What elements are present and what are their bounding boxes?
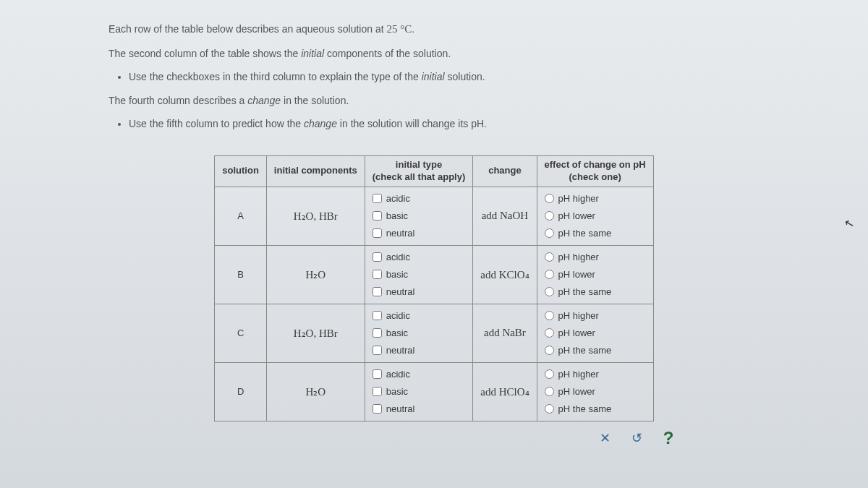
- text: 25 °C: [386, 23, 412, 35]
- table-row: D H₂O acidic basic neutral add HClO₄ pH …: [215, 362, 653, 421]
- basic-label: basic: [386, 210, 408, 221]
- table-row: C H₂O, HBr acidic basic neutral add NaBr…: [215, 304, 653, 362]
- text: change: [247, 95, 281, 106]
- text: .: [412, 23, 414, 35]
- acidic-checkbox[interactable]: [373, 369, 382, 379]
- col-solution: solution: [215, 155, 267, 187]
- ph-lower-radio[interactable]: [545, 387, 554, 396]
- acidic-checkbox[interactable]: [373, 311, 382, 320]
- col-change: change: [473, 155, 537, 187]
- solution-table: solution initial components initial type…: [214, 155, 653, 421]
- change-cell: add KClO₄: [473, 245, 537, 304]
- solution-label: A: [215, 187, 267, 245]
- neutral-checkbox[interactable]: [373, 228, 382, 238]
- ph-higher-radio[interactable]: [545, 252, 554, 262]
- basic-checkbox[interactable]: [373, 387, 382, 396]
- col-components: initial components: [266, 155, 365, 187]
- ph-lower-label: pH lower: [558, 269, 595, 280]
- basic-checkbox[interactable]: [373, 270, 382, 279]
- text: components of the solution.: [324, 48, 451, 59]
- text: The fourth column describes a: [109, 95, 247, 106]
- acidic-label: acidic: [386, 193, 410, 204]
- text: in the solution will change its pH.: [337, 118, 487, 129]
- col-effect: effect of change on pH(check one): [537, 155, 653, 187]
- acidic-checkbox[interactable]: [373, 194, 382, 203]
- change-cell: add NaOH: [473, 187, 537, 245]
- basic-label: basic: [386, 269, 408, 280]
- text: initial: [301, 48, 324, 59]
- close-icon[interactable]: ✕: [597, 430, 613, 446]
- ph-same-radio[interactable]: [545, 228, 554, 238]
- initial-components: H₂O: [266, 362, 365, 421]
- neutral-checkbox[interactable]: [373, 346, 382, 355]
- basic-checkbox[interactable]: [373, 211, 382, 221]
- ph-lower-radio[interactable]: [545, 328, 554, 338]
- ph-same-label: pH the same: [558, 345, 612, 356]
- acidic-label: acidic: [386, 310, 410, 321]
- acidic-label: acidic: [386, 369, 410, 380]
- effect-cell: pH higher pH lower pH the same: [537, 187, 653, 245]
- change-cell: add NaBr: [473, 304, 537, 362]
- ph-lower-radio[interactable]: [545, 211, 554, 221]
- col-initial-type: initial type(check all that apply): [365, 155, 473, 187]
- initial-type-cell: acidic basic neutral: [365, 245, 473, 304]
- text: change: [304, 118, 337, 129]
- ph-lower-label: pH lower: [558, 386, 595, 397]
- acidic-label: acidic: [386, 252, 410, 262]
- text: initial: [422, 71, 445, 82]
- table-row: B H₂O acidic basic neutral add KClO₄ pH …: [215, 245, 653, 304]
- ph-higher-radio[interactable]: [545, 311, 554, 320]
- change-cell: add HClO₄: [473, 362, 537, 421]
- neutral-checkbox[interactable]: [373, 287, 382, 296]
- ph-same-radio[interactable]: [545, 287, 554, 296]
- ph-higher-label: pH higher: [558, 193, 599, 204]
- instructions-block: Each row of the table below describes an…: [109, 19, 760, 134]
- reset-icon[interactable]: ↺: [629, 430, 644, 446]
- ph-higher-label: pH higher: [558, 310, 599, 321]
- ph-lower-label: pH lower: [558, 328, 595, 338]
- ph-same-radio[interactable]: [545, 346, 554, 355]
- initial-components: H₂O, HBr: [266, 304, 365, 362]
- table-row: A H₂O, HBr acidic basic neutral add NaOH…: [215, 187, 653, 245]
- neutral-label: neutral: [386, 228, 415, 239]
- initial-components: H₂O: [266, 245, 365, 304]
- ph-same-label: pH the same: [558, 228, 612, 239]
- text: Use the checkboxes in the third column t…: [129, 71, 422, 82]
- ph-same-label: pH the same: [558, 403, 612, 414]
- solution-label: B: [215, 245, 267, 304]
- neutral-checkbox[interactable]: [373, 404, 382, 414]
- solution-label: C: [215, 304, 267, 362]
- ph-lower-label: pH lower: [558, 210, 595, 221]
- effect-cell: pH higher pH lower pH the same: [537, 304, 653, 362]
- footer-toolbar: ✕ ↺ ?: [177, 430, 691, 446]
- neutral-label: neutral: [386, 345, 415, 356]
- basic-checkbox[interactable]: [373, 328, 382, 338]
- effect-cell: pH higher pH lower pH the same: [537, 245, 653, 304]
- neutral-label: neutral: [386, 286, 415, 297]
- ph-same-label: pH the same: [558, 286, 612, 297]
- basic-label: basic: [386, 386, 408, 397]
- acidic-checkbox[interactable]: [373, 252, 382, 262]
- text: Each row of the table below describes an…: [109, 23, 386, 35]
- text: in the solution.: [281, 95, 349, 106]
- initial-components: H₂O, HBr: [266, 187, 365, 245]
- solution-label: D: [215, 362, 267, 421]
- basic-label: basic: [386, 328, 408, 338]
- ph-higher-label: pH higher: [558, 369, 599, 380]
- initial-type-cell: acidic basic neutral: [365, 187, 473, 245]
- help-icon[interactable]: ?: [660, 430, 676, 446]
- ph-same-radio[interactable]: [545, 404, 554, 414]
- text: Use the fifth column to predict how the: [129, 118, 304, 129]
- effect-cell: pH higher pH lower pH the same: [537, 362, 653, 421]
- ph-lower-radio[interactable]: [545, 270, 554, 279]
- text: solution.: [445, 71, 485, 82]
- ph-higher-radio[interactable]: [545, 369, 554, 379]
- initial-type-cell: acidic basic neutral: [365, 362, 473, 421]
- neutral-label: neutral: [386, 403, 415, 414]
- text: The second column of the table shows the: [109, 48, 301, 59]
- initial-type-cell: acidic basic neutral: [365, 304, 473, 362]
- ph-higher-label: pH higher: [558, 252, 599, 262]
- ph-higher-radio[interactable]: [545, 194, 554, 203]
